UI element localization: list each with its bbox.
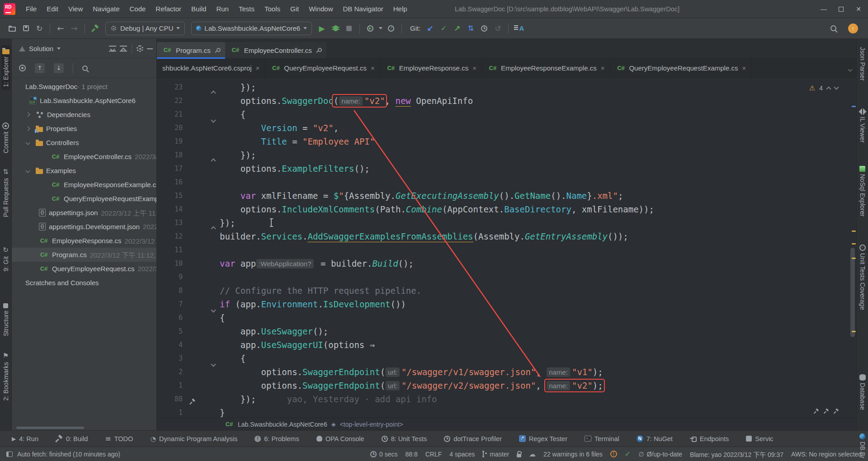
menu-item-refactor[interactable]: Refactor (151, 4, 185, 14)
chevron-down-icon[interactable] (57, 47, 61, 50)
code-editor[interactable]: ⚠ 4 23 });22 options.SwaggerDoc(n (157, 78, 856, 418)
code-line[interactable]: 10var app:WebApplication? = builder.Buil… (157, 257, 856, 270)
close-button[interactable]: ✕ (855, 5, 862, 13)
tool-window-button-unit-tests-coverage[interactable]: ✓Unit Tests Coverage (858, 242, 867, 313)
git-history-button[interactable] (477, 22, 491, 35)
locate-file-button[interactable] (19, 65, 26, 71)
code-line[interactable]: 1} (157, 406, 856, 418)
bottom-tool-dynamic-program-analysis[interactable]: ◔Dynamic Program Analysis (150, 435, 237, 442)
code-line[interactable]: 11 (157, 243, 856, 257)
git-commit-button[interactable]: ✓ (437, 22, 450, 35)
menu-item-db-navigator[interactable]: DB Navigator (339, 4, 387, 14)
code-line[interactable]: 9 (157, 270, 856, 284)
open-button[interactable] (5, 22, 19, 35)
build-button[interactable] (89, 22, 102, 35)
tab-shbuckle-aspnetcore6-csproj[interactable]: shbuckle.AspNetCore6.csproj× (157, 59, 265, 77)
tree-item-appsettings-json[interactable]: {}appsettings.json2022/3/12 上午 11: (12, 206, 156, 220)
code-line[interactable]: 20 Version = "v2", (157, 121, 856, 135)
close-icon[interactable]: × (256, 64, 260, 72)
code-line[interactable]: 21 { (157, 108, 856, 121)
code-line[interactable]: 4 app.UseSwaggerUI(options ⇒ (157, 338, 856, 352)
breadcrumb-project[interactable]: Lab.Swashbuckle.AspNetCore6 (238, 421, 327, 428)
tree-horizontal-scrollbar[interactable] (16, 427, 84, 429)
tree-item-lab-swashbuckle-aspnetcore6[interactable]: Lab.Swashbuckle.AspNetCore6 (12, 94, 156, 108)
scroll-down-button[interactable]: ↓ (54, 63, 64, 73)
code-line[interactable]: 18 }); (157, 148, 856, 162)
expand-all-button[interactable] (109, 46, 116, 52)
tab-queryemployeerequest-cs[interactable]: C#QueryEmployeeRequest.cs× (265, 59, 380, 77)
menu-item-navigate[interactable]: Navigate (89, 4, 123, 14)
prev-warning-icon[interactable] (826, 86, 831, 91)
tool-window-button-commit[interactable]: Commit (1, 120, 10, 156)
status-item-0-secs[interactable]: 0 secs (370, 451, 397, 458)
close-icon[interactable]: × (472, 64, 476, 72)
bottom-tool-servic[interactable]: Servic (746, 435, 773, 442)
code-line[interactable]: 17 options.ExampleFilters(); (157, 162, 856, 175)
bottom-tool-4-run[interactable]: ▶4: Run (12, 435, 38, 442)
tool-window-button-nosql-explorer[interactable]: NoSql Explorer (858, 163, 867, 219)
tree-item-employeeresponse-cs[interactable]: C#EmployeeResponse.cs2022/3/12 下 (12, 234, 156, 248)
undo-button[interactable]: ↺ (491, 22, 505, 35)
debug-button[interactable] (329, 22, 342, 35)
minimize-button[interactable]: — (821, 5, 827, 13)
tree-item-dependencies[interactable]: Dependencies (12, 108, 156, 122)
bottom-tool-endpoints[interactable]: Endpoints (690, 435, 729, 442)
translate-button[interactable] (512, 22, 526, 35)
tool-window-button-structure[interactable]: Structure (1, 301, 10, 339)
scroll-up-button[interactable]: ↑ (35, 63, 45, 73)
menu-item-run[interactable]: Run (212, 4, 233, 14)
status-item--up-to-date[interactable]: ∅Ø/up-to-date (638, 451, 682, 458)
chevron-right-icon[interactable] (26, 113, 30, 117)
tree-item-examples[interactable]: Examples (12, 164, 156, 178)
run-button[interactable]: ▶ (315, 22, 329, 35)
tree-item-controllers[interactable]: Controllers (12, 136, 156, 150)
stop-button[interactable] (342, 22, 356, 35)
update-notification-button[interactable]: ↑ (846, 22, 860, 35)
menu-item-build[interactable]: Build (187, 4, 210, 14)
tool-window-toggle-icon[interactable] (6, 452, 13, 457)
status-item-88-8[interactable]: 88:8 (405, 451, 417, 458)
tool-window-button-database[interactable]: Database (858, 372, 867, 413)
bottom-tool-todo[interactable]: ≡TODO (105, 434, 133, 443)
chevron-down-icon[interactable] (26, 141, 30, 145)
tool-window-button-2-bookmarks[interactable]: ⚑2: Bookmarks (1, 349, 10, 404)
status-item-master[interactable]: master (482, 451, 509, 458)
tab-employeecontroller-cs[interactable]: C#EmployeeController.cs (225, 42, 326, 58)
bottom-tool-regex-tester[interactable]: .*Regex Tester (519, 435, 567, 442)
code-line[interactable]: 3 { (157, 352, 856, 365)
tool-window-button-9-git[interactable]: ↻9: Git (1, 243, 10, 274)
tab-employeeresponse-cs[interactable]: C#EmployeeResponse.cs× (381, 59, 482, 77)
stripe-mark-warning[interactable] (852, 243, 856, 245)
code-line[interactable]: 19 Title = "Employee API" (157, 135, 856, 148)
bottom-tool-7-nuget[interactable]: N7: NuGet (637, 435, 673, 442)
tree-item-lab-swaggerdoc[interactable]: Lab.SwaggerDoc · 1 project (12, 80, 156, 94)
tool-window-button-il-viewer[interactable]: IL Viewer (858, 106, 867, 146)
bottom-tool-6-problems[interactable]: !6: Problems (255, 435, 299, 442)
sync-button[interactable]: ↻ (33, 22, 46, 35)
close-icon[interactable]: × (371, 64, 375, 72)
tab-program-cs[interactable]: C#Program.cs (157, 42, 225, 58)
tool-window-button-json-parser[interactable]: Json Parser (858, 44, 867, 84)
status-item[interactable] (517, 451, 521, 457)
git-update-button[interactable]: ↙ (423, 22, 437, 35)
code-line[interactable]: 12builder.Services.AddSwaggerExamplesFro… (157, 230, 856, 243)
status-item-blame-yao-2022-3-12-09-3[interactable]: Blame: yao 2022/3/12 下午 09:37 (690, 450, 783, 459)
status-item-crlf[interactable]: CRLF (425, 451, 442, 458)
tool-window-button-pull-requests[interactable]: ⇅Pull Requests (1, 165, 10, 220)
code-line[interactable]: 6{ (157, 311, 856, 325)
chevron-right-icon[interactable] (26, 127, 30, 131)
build-config-selector[interactable]: Debug | Any CPU (105, 22, 185, 35)
search-tree-button[interactable] (82, 66, 88, 71)
save-button[interactable] (19, 22, 33, 35)
bottom-tool-opa-console[interactable]: OPA Console (316, 435, 364, 442)
code-line[interactable]: 15 var xmlFilename = $"{Assembly.GetExec… (157, 189, 856, 202)
tree-item-queryemployeerequestexample[interactable]: C#QueryEmployeeRequestExample (12, 192, 156, 206)
code-line[interactable]: 22 options.SwaggerDoc(name:"v2", new Ope… (157, 94, 856, 108)
menu-item-file[interactable]: File (22, 4, 41, 14)
tab-queryemployeerequestexample-cs[interactable]: C#QueryEmployeeRequestExample.cs× (610, 59, 752, 77)
bottom-tool-8-unit-tests[interactable]: 8: Unit Tests (382, 435, 427, 442)
forward-button[interactable]: → (67, 22, 81, 35)
code-line[interactable]: 7if (app.Environment.IsDevelopment()) (157, 297, 856, 311)
fold-down-icon[interactable] (212, 410, 215, 418)
search-everywhere-button[interactable] (826, 22, 840, 35)
